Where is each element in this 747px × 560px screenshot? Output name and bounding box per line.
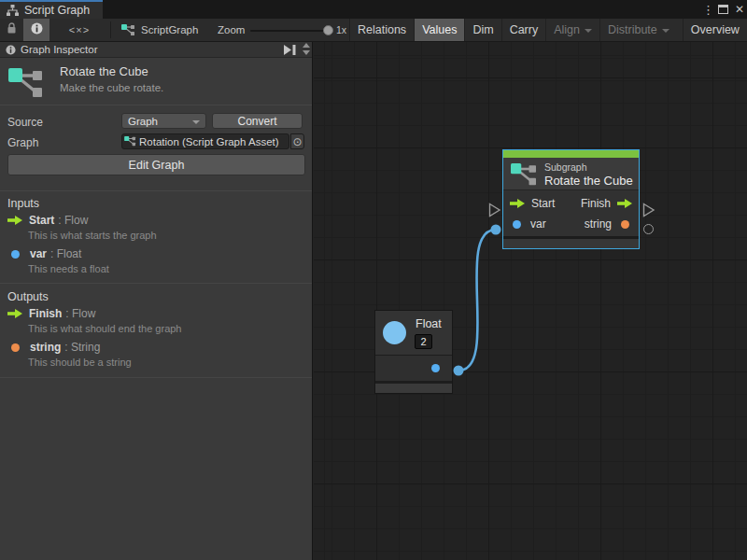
dim-button[interactable]: Dim [464,19,500,41]
dock-panel-icon[interactable] [284,45,297,55]
edit-graph-button[interactable]: Edit Graph [7,154,305,175]
node-port-rows: Start Finish var string [503,190,639,236]
info-icon [6,45,16,55]
float-node-title: Float [416,317,442,330]
port-name: Start [29,214,54,227]
script-graph-icon [121,24,135,36]
node-title: Rotate the Cube [544,174,633,188]
zoom-slider-knob[interactable] [323,25,333,35]
outputs-heading: Outputs [7,290,49,303]
float-node[interactable]: Float 2 [374,310,453,394]
graph-toolbar: <×> ScriptGraph Zoom 1x Relations Values… [0,19,747,42]
port-type: : Flow [65,307,95,320]
toolbar-separator [110,21,111,38]
convert-button[interactable]: Convert [212,113,303,129]
unity-script-graph-window: Script Graph ⋮ ✕ <×> ScriptGraph Zoom [0,0,747,560]
var-input-port[interactable] [513,220,521,229]
value-exit-circle-icon[interactable] [643,224,654,234]
scroll-up-icon [303,43,310,48]
flow-arrow-icon [7,216,22,225]
close-icon[interactable]: ✕ [735,3,744,16]
float-output-port[interactable] [431,364,440,372]
values-button[interactable]: Values [414,19,464,41]
scroll-down-icon [303,50,310,55]
graph-asset-field[interactable]: Rotation (Script Graph Asset) [121,133,289,149]
port-description: This is what should end the graph [28,323,182,334]
distribute-dropdown[interactable]: Distribute [599,19,677,41]
port-type: : Flow [58,214,88,227]
port-description: This is what starts the graph [28,230,157,241]
zoom-label: Zoom [218,19,245,41]
port-description: This should be a string [28,357,132,368]
inspector-toggle-button[interactable] [23,19,49,41]
output-port-string: string : String [7,341,100,354]
divider [0,105,312,105]
flow-in-port[interactable] [510,199,525,208]
edge-end-dot [491,225,501,235]
start-port-label: Start [531,197,555,210]
string-port-label: string [585,217,612,231]
inspector-header: Graph Inspector [0,42,312,58]
subgraph-node[interactable]: Subgraph Rotate the Cube Start Finish [502,149,640,249]
lock-button[interactable] [0,19,23,41]
distribute-label: Distribute [608,23,657,36]
tab-script-graph[interactable]: Script Graph [0,0,103,19]
zoom-slider-track[interactable] [250,30,332,32]
source-label: Source [7,116,43,129]
graph-hierarchy-icon [7,5,19,16]
maximize-icon[interactable] [718,5,728,14]
port-name: Finish [29,307,62,320]
subgraph-icon [511,162,539,190]
string-output-port[interactable] [621,220,629,229]
info-icon [31,21,43,38]
relations-button[interactable]: Relations [349,19,414,41]
source-dropdown[interactable]: Graph [121,113,206,129]
subgraph-asset-icon [8,68,46,102]
subgraph-node-header: Subgraph Rotate the Cube [503,158,639,190]
input-port-start: Start : Flow [7,214,88,227]
port-name: string [30,341,61,354]
input-port-var: var : Float [7,247,81,260]
lock-icon [7,21,17,38]
port-row-values: var string [503,214,639,234]
object-picker-icon[interactable]: ⊙ [290,133,304,149]
graph-canvas[interactable]: Float 2 Subgraph Rotate the Cube [314,42,747,560]
panel-scroll-spinner[interactable] [303,43,310,55]
menu-kebab-icon[interactable]: ⋮ [702,3,712,17]
graph-field-label: Graph [7,136,38,149]
float-node-header: Float 2 [375,311,452,355]
float-port-icon [11,250,20,259]
float-type-icon [383,321,406,344]
string-port-icon [11,343,20,352]
float-node-footer [375,384,452,393]
inspector-title: Graph Inspector [21,44,279,55]
output-port-finish: Finish : Flow [7,307,95,320]
divider [0,377,312,378]
flow-exit-triangle-icon[interactable] [642,203,655,217]
chevron-down-icon [585,29,592,33]
edge-start-dot [454,366,464,376]
port-description: This needs a float [28,263,109,274]
node-accent-bar [503,150,639,158]
carry-button[interactable]: Carry [501,19,546,41]
align-label: Align [554,23,580,36]
flow-arrow-icon [7,309,22,318]
divider [0,190,312,191]
port-type: : String [64,341,100,354]
code-preview-button[interactable]: <×> [58,19,101,41]
flow-out-port[interactable] [617,199,632,208]
overview-button[interactable]: Overview [683,19,747,41]
chevron-down-icon [192,120,200,124]
subgraph-node-footer [503,236,639,248]
var-port-label: var [530,217,546,231]
title-bar: Script Graph ⋮ ✕ [0,0,747,19]
graph-description: Make the cube rotate. [60,82,163,93]
float-node-body [375,356,452,381]
breadcrumb-scriptgraph[interactable]: ScriptGraph [121,19,198,41]
flow-entry-triangle-icon[interactable] [488,203,501,217]
float-value-field[interactable]: 2 [415,334,432,349]
align-dropdown[interactable]: Align [545,19,599,41]
zoom-value: 1x [336,19,346,41]
toolbar-buttons: Relations Values Dim Carry Align Distrib… [349,19,747,41]
source-value: Graph [128,116,158,127]
